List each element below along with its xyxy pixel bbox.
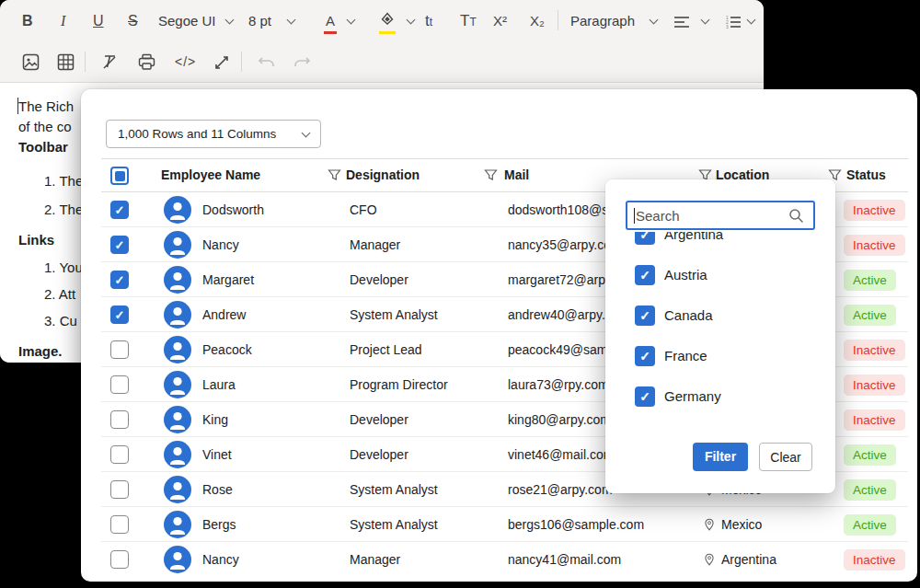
search-icon <box>788 208 804 224</box>
filter-button[interactable]: Filter <box>693 443 748 471</box>
employee-name-cell: Dodsworth <box>202 192 264 227</box>
filter-option[interactable]: ✓ Canada <box>605 305 835 327</box>
italic-button[interactable]: I <box>61 1 65 41</box>
header-employee-name[interactable]: Employee Name <box>161 159 260 191</box>
editor-list-item: 1. You <box>44 259 83 277</box>
row-checkbox[interactable]: ✓ <box>110 410 129 429</box>
avatar <box>164 196 191 224</box>
chevron-down-icon[interactable] <box>407 16 416 25</box>
insert-image-button[interactable] <box>22 41 40 82</box>
person-icon <box>164 511 191 538</box>
header-mail[interactable]: Mail <box>504 159 529 191</box>
status-badge: Active <box>844 444 896 466</box>
chevron-down-icon[interactable] <box>287 16 296 25</box>
subscript-button[interactable]: X₂ <box>530 1 545 41</box>
row-checkbox[interactable]: ✓ <box>110 236 129 254</box>
filter-funnel-icon[interactable] <box>484 168 498 182</box>
highlight-color-button[interactable] <box>379 1 396 41</box>
employee-name-cell: Andrew <box>202 297 246 332</box>
location-pin-icon <box>703 553 716 566</box>
chevron-down-icon[interactable] <box>347 16 356 25</box>
insert-table-button[interactable] <box>57 41 75 82</box>
mail-cell: margaret72@arp <box>508 262 605 297</box>
table-row[interactable]: ✓ Nancy Manager nancy41@mail.com Argenti… <box>101 542 908 577</box>
superscript-button[interactable]: X² <box>493 1 507 41</box>
rows-columns-dropdown[interactable]: 1,000 Rows and 11 Columns <box>106 120 321 148</box>
row-checkbox[interactable]: ✓ <box>110 271 129 289</box>
font-size-dropdown[interactable]: 8 pt <box>248 1 271 41</box>
row-checkbox[interactable]: ✓ <box>110 201 129 219</box>
search-input[interactable] <box>626 201 815 230</box>
avatar <box>164 476 191 503</box>
row-checkbox[interactable]: ✓ <box>110 445 129 464</box>
maximize-button[interactable] <box>213 41 230 82</box>
row-checkbox[interactable]: ✓ <box>110 480 129 499</box>
print-button[interactable] <box>138 41 155 82</box>
bold-button[interactable]: B <box>22 1 33 41</box>
row-checkbox[interactable]: ✓ <box>110 515 129 534</box>
mail-cell: nancy35@arpy.co <box>508 227 611 262</box>
filter-option[interactable]: ✓ France <box>605 345 835 367</box>
filter-option-list[interactable]: ✓ Argentina ✓ Austria ✓ Canada ✓ France … <box>605 232 835 411</box>
clear-format-button[interactable] <box>101 41 119 82</box>
chevron-down-icon[interactable] <box>225 16 235 25</box>
chevron-down-icon[interactable] <box>747 16 756 25</box>
chevron-down-icon[interactable] <box>650 16 659 25</box>
numbered-list-icon: 123 <box>725 14 742 30</box>
undo-button[interactable] <box>258 41 276 82</box>
employee-name-cell: Bergs <box>202 507 236 542</box>
designation-cell: System Analyst <box>350 507 438 542</box>
mail-cell: bergs106@sample.com <box>508 507 644 542</box>
filter-option[interactable]: ✓ Austria <box>605 264 835 286</box>
editor-heading: Toolbar <box>18 138 68 156</box>
row-checkbox[interactable]: ✓ <box>110 306 129 324</box>
underline-button[interactable]: U <box>93 1 104 41</box>
svg-text:3: 3 <box>726 24 729 29</box>
code-view-button[interactable]: </> <box>175 41 196 82</box>
lowercase-button[interactable]: tt <box>425 1 432 41</box>
uppercase-button[interactable]: TT <box>460 1 477 41</box>
person-icon <box>164 441 191 468</box>
mail-cell: andrew40@arpy. <box>508 297 605 332</box>
checkbox-checked-icon[interactable]: ✓ <box>635 346 655 366</box>
employee-name-cell: Rose <box>202 472 233 507</box>
checkbox-checked-icon[interactable]: ✓ <box>635 386 655 407</box>
paragraph-format-dropdown[interactable]: Paragraph <box>570 1 635 41</box>
strikethrough-button[interactable]: S <box>128 1 138 41</box>
header-status[interactable]: Status <box>846 159 886 191</box>
editor-list-item: 2. Att <box>44 285 75 304</box>
avatar <box>164 266 191 294</box>
editor-text-line: The Rich <box>18 98 74 116</box>
avatar <box>164 231 191 259</box>
status-badge: Inactive <box>844 200 905 221</box>
filter-funnel-icon[interactable] <box>328 168 341 182</box>
toolbar-divider <box>241 52 242 72</box>
location-cell: Mexico <box>721 507 762 542</box>
checkbox-checked-icon[interactable]: ✓ <box>635 232 655 245</box>
select-all-checkbox[interactable] <box>110 167 129 185</box>
chevron-down-icon[interactable] <box>701 16 710 25</box>
font-color-button[interactable]: A <box>324 1 337 41</box>
row-checkbox[interactable]: ✓ <box>110 375 129 394</box>
checkbox-checked-icon[interactable]: ✓ <box>635 265 655 285</box>
clear-format-icon <box>101 53 119 71</box>
font-name-dropdown[interactable]: Segoe UI <box>158 1 216 41</box>
numbered-list-button[interactable]: 123 <box>725 1 742 41</box>
filter-option[interactable]: ✓ Germany <box>605 386 835 408</box>
redo-icon <box>293 54 311 71</box>
table-icon <box>57 53 75 71</box>
person-icon <box>164 301 191 329</box>
avatar <box>164 301 191 329</box>
redo-button[interactable] <box>293 41 311 82</box>
header-designation[interactable]: Designation <box>346 159 420 191</box>
checkbox-checked-icon[interactable]: ✓ <box>635 306 655 326</box>
row-checkbox[interactable]: ✓ <box>110 550 129 569</box>
editor-heading: Links <box>18 231 54 249</box>
mail-cell: dodsworth108@s <box>508 192 608 227</box>
align-button[interactable] <box>673 1 690 41</box>
table-row[interactable]: ✓ Bergs System Analyst bergs106@sample.c… <box>101 507 908 542</box>
filter-option[interactable]: ✓ Argentina <box>605 232 835 246</box>
clear-button[interactable]: Clear <box>759 443 812 471</box>
row-checkbox[interactable]: ✓ <box>110 340 129 359</box>
avatar <box>164 546 191 573</box>
